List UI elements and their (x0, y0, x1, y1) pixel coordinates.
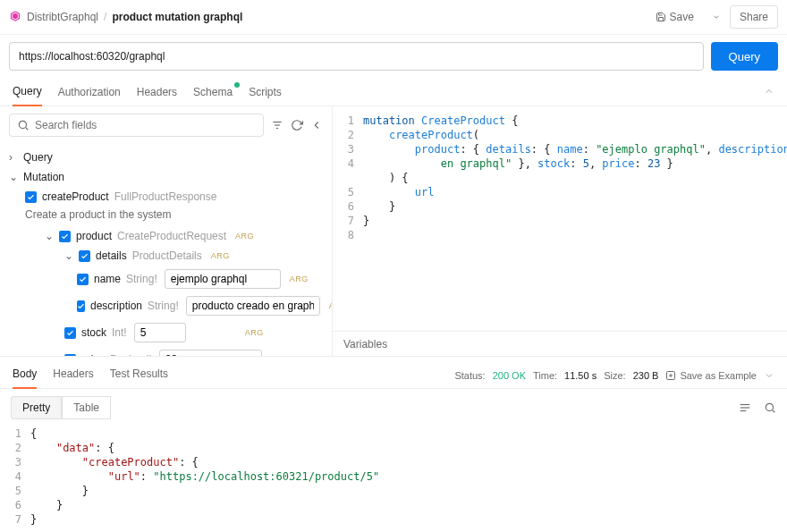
wrap-lines-icon[interactable] (739, 401, 751, 414)
arg-badge: ARG (329, 301, 332, 310)
tree-label: stock (81, 326, 106, 339)
save-icon (656, 12, 666, 22)
svg-line-1 (26, 128, 29, 131)
checkbox-checked[interactable] (79, 250, 90, 262)
checkbox-checked[interactable] (64, 354, 76, 357)
tree-type: Int! (112, 326, 127, 339)
tree-mutation-root[interactable]: ⌄ Mutation (9, 167, 323, 187)
view-table-button[interactable]: Table (62, 396, 111, 419)
checkbox-checked[interactable] (64, 327, 76, 339)
tree-label: description (90, 300, 142, 312)
tab-authorization[interactable]: Authorization (58, 80, 121, 106)
tree-product[interactable]: ⌄ product CreateProductRequest ARG (9, 226, 323, 246)
run-query-button[interactable]: Query (711, 42, 778, 71)
collapse-left-icon[interactable] (310, 119, 323, 131)
share-button[interactable]: Share (730, 5, 778, 29)
checkbox-checked[interactable] (59, 231, 71, 242)
page-header: DistribtGraphql / product mutation graph… (0, 0, 787, 35)
checkbox-checked[interactable] (25, 191, 37, 203)
save-button[interactable]: Save (647, 6, 703, 28)
tree-type: Decimal! (110, 353, 152, 356)
main-split: › Query ⌄ Mutation createProduct FullPro… (0, 106, 787, 357)
chevron-down-icon: ⌄ (45, 230, 54, 242)
tree-type: String! (148, 300, 179, 312)
arg-badge: ARG (245, 328, 264, 337)
view-toggle-row: Pretty Table (0, 389, 787, 426)
tab-scripts[interactable]: Scripts (249, 80, 282, 106)
save-icon (665, 370, 676, 381)
rtab-headers[interactable]: Headers (53, 362, 93, 388)
tree-type: ProductDetails (132, 249, 202, 262)
line-gutter: 12345678 (333, 114, 363, 331)
name-input[interactable] (165, 269, 281, 289)
endpoint-url-input[interactable] (9, 42, 704, 71)
breadcrumb-workspace[interactable]: DistribtGraphql (27, 11, 98, 23)
tree-label: details (96, 249, 127, 262)
stock-input[interactable] (134, 323, 186, 342)
chevron-down-icon: ⌄ (64, 249, 73, 262)
field-tree: › Query ⌄ Mutation createProduct FullPro… (0, 144, 332, 356)
chevron-down-icon (712, 13, 721, 21)
time-label: Time: (533, 370, 557, 381)
share-label: Share (740, 11, 768, 23)
chevron-up-icon (764, 86, 774, 97)
variables-bar[interactable]: Variables (333, 331, 787, 356)
tab-query[interactable]: Query (13, 80, 42, 106)
chevron-down-icon: ⌄ (9, 171, 18, 183)
schema-dot-indicator (234, 82, 240, 88)
rtab-body[interactable]: Body (13, 362, 37, 389)
variables-label: Variables (343, 338, 387, 350)
response-code: { "data": { "createProduct": { "url": "h… (30, 426, 787, 527)
save-label: Save (670, 11, 694, 23)
filter-icon[interactable] (271, 119, 283, 131)
arg-badge: ARG (211, 251, 230, 260)
price-input[interactable] (159, 350, 262, 356)
save-as-example-button[interactable]: Save as Example (665, 370, 757, 381)
query-editor-pane: 12345678 mutation CreateProduct { create… (333, 106, 787, 356)
breadcrumb-title[interactable]: product mutation graphql (112, 11, 242, 23)
response-action-icons (739, 401, 776, 414)
checkbox-checked[interactable] (77, 274, 89, 285)
query-editor[interactable]: 12345678 mutation CreateProduct { create… (333, 106, 787, 331)
save-example-label: Save as Example (680, 370, 757, 381)
rtab-test-results[interactable]: Test Results (110, 362, 168, 388)
tree-details[interactable]: ⌄ details ProductDetails ARG (9, 246, 323, 266)
tree-field-description[interactable]: description String! ARG (9, 292, 323, 319)
search-response-icon[interactable] (764, 401, 776, 414)
tab-schema[interactable]: Schema (193, 80, 233, 106)
save-dropdown[interactable] (708, 8, 724, 26)
tree-label: Query (23, 151, 53, 164)
tree-label: createProduct (42, 190, 109, 203)
schema-explorer: › Query ⌄ Mutation createProduct FullPro… (0, 106, 333, 356)
collapse-tabs-button[interactable] (764, 86, 774, 99)
search-box[interactable] (9, 114, 264, 137)
search-input[interactable] (35, 119, 256, 131)
search-row (0, 106, 332, 144)
tree-field-name[interactable]: name String! ARG (9, 266, 323, 292)
header-actions: Save Share (647, 5, 778, 29)
svg-point-9 (766, 403, 773, 410)
tree-field-stock[interactable]: stock Int! ARG (9, 319, 323, 346)
arg-badge: ARG (235, 232, 254, 241)
checkbox-checked[interactable] (77, 300, 85, 312)
response-tabs: Body Headers Test Results (13, 362, 168, 388)
response-gutter: 1234567 (0, 426, 30, 527)
svg-point-0 (19, 121, 26, 128)
tree-type: String! (126, 273, 157, 285)
tree-field-price[interactable]: price Decimal! ARG (9, 346, 323, 356)
view-pretty-button[interactable]: Pretty (11, 396, 62, 419)
arg-badge: ARG (290, 274, 309, 283)
tree-createproduct-desc: Create a product in the system (9, 207, 323, 226)
response-tabs-row: Body Headers Test Results Status: 200 OK… (0, 357, 787, 389)
url-row: Query (0, 35, 787, 80)
refresh-icon[interactable] (291, 119, 303, 131)
chevron-down-icon[interactable] (764, 370, 774, 381)
svg-line-10 (773, 410, 775, 413)
code-content[interactable]: mutation CreateProduct { createProduct( … (363, 114, 787, 331)
tree-label: Mutation (23, 171, 64, 183)
tab-headers[interactable]: Headers (137, 80, 177, 106)
response-body[interactable]: 1234567 { "data": { "createProduct": { "… (0, 426, 787, 527)
tree-query-root[interactable]: › Query (9, 148, 323, 167)
description-input[interactable] (186, 296, 320, 316)
tree-createproduct[interactable]: createProduct FullProductResponse (9, 187, 323, 207)
